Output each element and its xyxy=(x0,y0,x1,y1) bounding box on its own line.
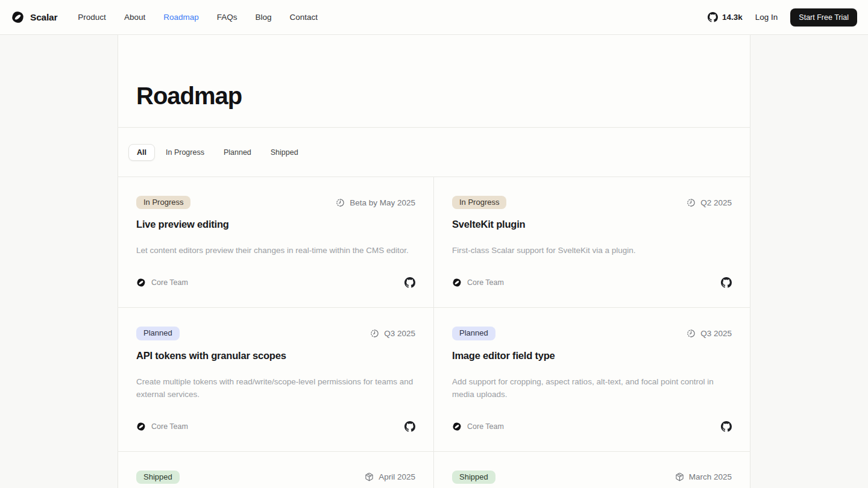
main-nav: ProductAboutRoadmapFAQsBlogContact xyxy=(78,13,318,22)
card-meta-text: Beta by May 2025 xyxy=(350,198,415,207)
content-column: Roadmap AllIn ProgressPlannedShipped In … xyxy=(118,35,750,488)
roadmap-grid: In ProgressBeta by May 2025Live preview … xyxy=(118,177,750,488)
top-navbar: Scalar ProductAboutRoadmapFAQsBlogContac… xyxy=(0,0,868,35)
nav-item-contact[interactable]: Contact xyxy=(290,13,318,22)
clock-icon xyxy=(687,329,696,338)
card-meta-text: March 2025 xyxy=(689,472,732,481)
github-star-count: 14.3k xyxy=(722,13,743,22)
roadmap-card: ShippedApril 2025Code-first schema sync xyxy=(118,452,434,488)
card-meta: April 2025 xyxy=(365,472,415,481)
brand-name: Scalar xyxy=(30,12,57,23)
card-meta-text: Q3 2025 xyxy=(700,329,732,338)
scalar-logo-icon xyxy=(11,10,25,24)
card-meta: March 2025 xyxy=(675,472,732,481)
card-title: Image editor field type xyxy=(452,350,732,361)
card-meta: Q2 2025 xyxy=(687,198,732,207)
card-meta-text: April 2025 xyxy=(379,472,415,481)
start-free-trial-button[interactable]: Start Free Trial xyxy=(790,8,857,27)
status-badge: Planned xyxy=(452,327,495,340)
package-icon xyxy=(365,472,374,481)
card-team: Core Team xyxy=(136,422,188,431)
card-footer: Core Team xyxy=(452,257,732,288)
card-title: SvelteKit plugin xyxy=(452,219,732,230)
scalar-logo-icon xyxy=(452,422,462,431)
card-title: API tokens with granular scopes xyxy=(136,350,415,361)
clock-icon xyxy=(336,198,345,207)
nav-item-faqs[interactable]: FAQs xyxy=(217,13,237,22)
github-stars[interactable]: 14.3k xyxy=(708,12,743,22)
brand[interactable]: Scalar xyxy=(11,10,57,24)
team-name: Core Team xyxy=(151,422,188,431)
card-meta-text: Q2 2025 xyxy=(700,198,732,207)
status-badge: Shipped xyxy=(452,471,495,484)
scalar-logo-icon xyxy=(136,422,146,431)
card-title: Live preview editing xyxy=(136,219,415,230)
card-description: Add support for cropping, aspect ratios,… xyxy=(452,375,732,401)
github-icon xyxy=(708,12,718,22)
roadmap-card: ShippedMarch 2025GitHub integration (bet… xyxy=(434,452,750,488)
filter-shipped[interactable]: Shipped xyxy=(262,144,307,161)
clock-icon xyxy=(370,329,379,338)
card-description: Create multiple tokens with read/write/s… xyxy=(136,375,415,401)
scalar-logo-icon xyxy=(136,278,146,287)
card-team: Core Team xyxy=(452,422,504,431)
filter-in-progress[interactable]: In Progress xyxy=(157,144,213,161)
card-team: Core Team xyxy=(452,278,504,287)
card-description: First-class Scalar support for SvelteKit… xyxy=(452,244,732,257)
clock-icon xyxy=(687,198,696,207)
card-meta: Beta by May 2025 xyxy=(336,198,415,207)
nav-item-product[interactable]: Product xyxy=(78,13,106,22)
filter-bar: AllIn ProgressPlannedShipped xyxy=(118,128,750,177)
filter-all[interactable]: All xyxy=(128,144,155,161)
github-icon[interactable] xyxy=(721,421,732,432)
github-icon[interactable] xyxy=(404,277,415,288)
status-badge: Planned xyxy=(136,327,180,340)
card-footer: Core Team xyxy=(452,401,732,432)
card-meta: Q3 2025 xyxy=(687,329,732,338)
roadmap-card: In ProgressBeta by May 2025Live preview … xyxy=(118,177,434,308)
card-meta-text: Q3 2025 xyxy=(384,329,415,338)
page-header: Roadmap xyxy=(118,35,750,128)
roadmap-card: PlannedQ3 2025Image editor field typeAdd… xyxy=(434,308,750,451)
status-badge: In Progress xyxy=(452,196,506,209)
team-name: Core Team xyxy=(467,278,504,287)
roadmap-card: In ProgressQ2 2025SvelteKit pluginFirst-… xyxy=(434,177,750,308)
nav-item-about[interactable]: About xyxy=(124,13,145,22)
scalar-logo-icon xyxy=(452,278,462,287)
package-icon xyxy=(675,472,684,481)
nav-item-blog[interactable]: Blog xyxy=(255,13,271,22)
filter-planned[interactable]: Planned xyxy=(215,144,260,161)
team-name: Core Team xyxy=(151,278,188,287)
team-name: Core Team xyxy=(467,422,504,431)
nav-item-roadmap[interactable]: Roadmap xyxy=(163,13,199,22)
github-icon[interactable] xyxy=(404,421,415,432)
roadmap-card: PlannedQ3 2025API tokens with granular s… xyxy=(118,308,434,451)
status-badge: Shipped xyxy=(136,471,180,484)
login-link[interactable]: Log In xyxy=(755,13,778,22)
card-description: Let content editors preview their change… xyxy=(136,244,415,257)
card-footer: Core Team xyxy=(136,401,415,432)
github-icon[interactable] xyxy=(721,277,732,288)
status-badge: In Progress xyxy=(136,196,190,209)
card-team: Core Team xyxy=(136,278,188,287)
page-title: Roadmap xyxy=(136,84,732,108)
card-footer: Core Team xyxy=(136,257,415,288)
navbar-right: 14.3k Log In Start Free Trial xyxy=(708,8,857,27)
card-meta: Q3 2025 xyxy=(370,329,415,338)
